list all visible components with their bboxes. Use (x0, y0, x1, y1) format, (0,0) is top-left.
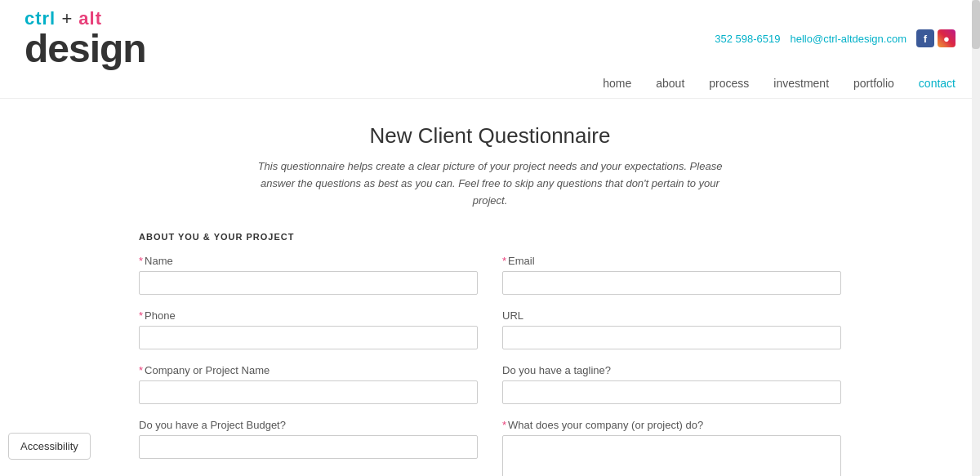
page-title: New Client Questionnaire (139, 123, 841, 149)
accessibility-button[interactable]: Accessibility (8, 433, 91, 460)
page-subtitle: This questionnaire helps create a clear … (253, 158, 727, 209)
form-col-email: *Email (502, 255, 841, 295)
nav-investment[interactable]: investment (773, 77, 829, 90)
form-col-company-desc: *What does your company (or project) do? (502, 419, 841, 476)
form-col-tagline: Do you have a tagline? (502, 364, 841, 404)
company-desc-label: *What does your company (or project) do? (502, 419, 841, 431)
name-input[interactable] (139, 271, 478, 295)
tagline-label: Do you have a tagline? (502, 364, 841, 376)
nav-contact[interactable]: contact (919, 77, 956, 90)
email-input[interactable] (502, 271, 841, 295)
form-row-1: *Name *Email (139, 255, 841, 295)
facebook-icon[interactable]: f (916, 29, 934, 47)
section-label: ABOUT YOU & YOUR PROJECT (139, 232, 841, 242)
logo[interactable]: ctrl + alt design (24, 8, 146, 69)
phone-required: * (139, 309, 143, 322)
company-desc-required: * (502, 419, 506, 431)
email-label: *Email (502, 255, 841, 267)
form-row-2: *Phone URL (139, 309, 841, 349)
main-content: New Client Questionnaire This questionna… (122, 99, 858, 476)
url-input[interactable] (502, 326, 841, 349)
header: ctrl + alt design 352 598-6519 hello@ctr… (0, 0, 980, 69)
nav-home[interactable]: home (603, 77, 631, 90)
company-required: * (139, 364, 143, 376)
questionnaire-form: *Name *Email *Phone URL (139, 255, 841, 476)
nav-about[interactable]: about (656, 77, 684, 90)
phone-label: *Phone (139, 309, 478, 322)
form-col-company: *Company or Project Name (139, 364, 478, 404)
email-required: * (502, 255, 506, 267)
budget-input[interactable] (139, 435, 478, 459)
form-col-url: URL (502, 309, 841, 349)
email-link[interactable]: hello@ctrl-altdesign.com (790, 33, 906, 45)
nav-portfolio[interactable]: portfolio (853, 77, 894, 90)
nav-bar: home about process investment portfolio … (0, 69, 980, 99)
nav-process[interactable]: process (709, 77, 749, 90)
logo-alt: alt (78, 8, 102, 29)
phone-link[interactable]: 352 598-6519 (715, 33, 780, 45)
form-col-budget: Do you have a Project Budget? (139, 419, 478, 476)
form-col-name: *Name (139, 255, 478, 295)
form-col-phone: *Phone (139, 309, 478, 349)
name-required: * (139, 255, 143, 267)
url-label: URL (502, 309, 841, 322)
contact-info: 352 598-6519 hello@ctrl-altdesign.com f … (715, 29, 956, 47)
social-icons: f ● (916, 29, 956, 47)
phone-input[interactable] (139, 326, 478, 349)
company-desc-textarea[interactable] (502, 435, 841, 476)
name-label: *Name (139, 255, 478, 267)
logo-ctrl: ctrl (24, 8, 56, 29)
company-input[interactable] (139, 380, 478, 404)
company-label: *Company or Project Name (139, 364, 478, 376)
form-row-3: *Company or Project Name Do you have a t… (139, 364, 841, 404)
scrollbar-track[interactable] (972, 0, 980, 476)
budget-label: Do you have a Project Budget? (139, 419, 478, 431)
form-row-4: Do you have a Project Budget? *What does… (139, 419, 841, 476)
tagline-input[interactable] (502, 380, 841, 404)
scrollbar-thumb[interactable] (972, 0, 980, 49)
logo-bottom-text: design (24, 29, 146, 69)
logo-plus: + (61, 8, 78, 29)
instagram-icon[interactable]: ● (938, 29, 956, 47)
